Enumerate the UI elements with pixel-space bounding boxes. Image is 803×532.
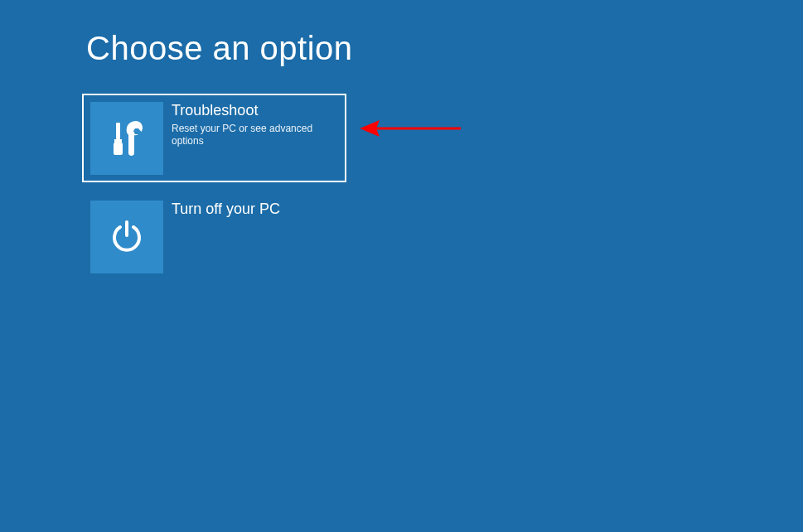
tools-icon bbox=[90, 102, 163, 175]
svg-rect-1 bbox=[114, 139, 122, 143]
option-title: Troubleshoot bbox=[172, 102, 338, 120]
arrow-annotation-icon bbox=[355, 108, 471, 152]
option-title: Turn off your PC bbox=[172, 201, 280, 219]
page-title: Choose an option bbox=[86, 30, 353, 67]
option-troubleshoot[interactable]: Troubleshoot Reset your PC or see advanc… bbox=[82, 94, 346, 182]
power-icon bbox=[90, 201, 163, 273]
svg-rect-0 bbox=[116, 123, 120, 139]
tile-text: Turn off your PC bbox=[163, 201, 280, 219]
svg-marker-5 bbox=[360, 120, 380, 137]
svg-rect-2 bbox=[114, 143, 123, 155]
tile-text: Troubleshoot Reset your PC or see advanc… bbox=[163, 102, 338, 148]
option-description: Reset your PC or see advanced options bbox=[172, 123, 338, 148]
option-turn-off[interactable]: Turn off your PC bbox=[82, 192, 346, 281]
options-container: Troubleshoot Reset your PC or see advanc… bbox=[82, 94, 346, 291]
